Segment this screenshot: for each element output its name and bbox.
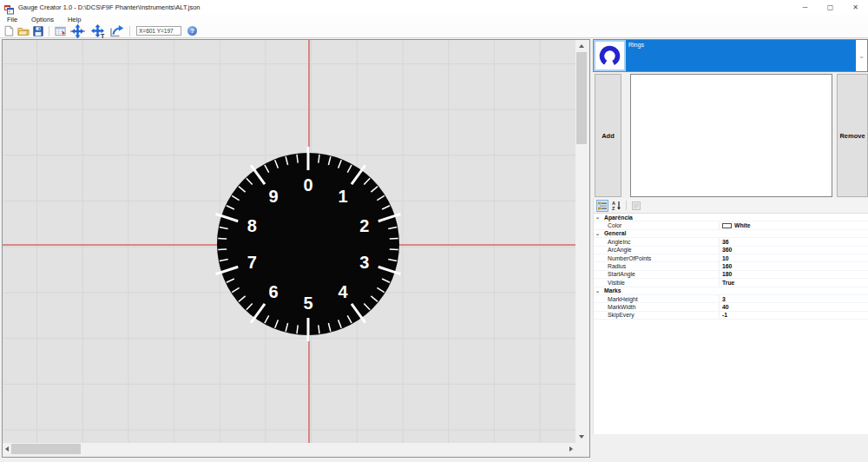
vertical-scroll-thumb[interactable] [576, 52, 587, 144]
layer-item-rings[interactable]: Rings [626, 40, 856, 71]
pg-row-angleinc[interactable]: AngleInc36 [594, 238, 868, 246]
open-folder-icon [17, 25, 30, 36]
export-icon [109, 24, 124, 37]
pg-row-skipevery[interactable]: SkipEvery-1 [594, 312, 868, 320]
collapse-icon[interactable]: ⌄ [595, 288, 604, 294]
pg-property-value[interactable]: 36 [722, 239, 729, 245]
move-crosshair-icon [69, 24, 86, 38]
pg-property-value[interactable]: White [722, 222, 751, 228]
menu-options[interactable]: Options [24, 15, 61, 24]
pg-property-name: Radius [608, 263, 626, 269]
layer-icon-cell[interactable] [594, 40, 626, 71]
svg-text:1: 1 [338, 187, 347, 206]
pg-property-value[interactable]: 180 [722, 271, 732, 277]
canvas-vertical-scrollbar[interactable] [575, 40, 588, 443]
layer-list: Rings ⌄ [593, 39, 868, 72]
minimize-button[interactable]: ─ [792, 0, 818, 15]
property-grid-rows: ⌄AparênciaColorWhite⌄GeneralAngleInc36Ar… [594, 214, 868, 320]
items-listbox[interactable] [630, 74, 832, 197]
scrollbar-corner [575, 443, 588, 455]
pg-property-name: MarkHeight [608, 296, 638, 302]
svg-text:T: T [101, 32, 105, 38]
scroll-left-icon[interactable] [3, 443, 11, 455]
pg-category-label: General [604, 230, 626, 236]
pg-property-name: NumberOfPoints [608, 255, 651, 261]
svg-text:5: 5 [303, 294, 312, 313]
title-bar: Gauge Creator 1.0 - D:\DCS\F9F Phanter\I… [0, 0, 868, 15]
app-icon [4, 3, 14, 12]
pg-property-name: Visible [608, 280, 625, 286]
menu-help[interactable]: Help [61, 15, 88, 24]
pg-row-visible[interactable]: VisibleTrue [594, 279, 868, 287]
toolbar-separator [626, 201, 627, 210]
export-button[interactable] [108, 24, 125, 37]
design-canvas[interactable]: 0123456789 [3, 40, 575, 443]
pg-row-numberofpoints[interactable]: NumberOfPoints10 [594, 254, 868, 262]
pg-category-label: Aparência [604, 214, 633, 221]
close-button[interactable]: ✕ [843, 0, 868, 15]
collapse-icon[interactable]: ⌄ [595, 214, 604, 220]
pg-property-name: ArcAngle [608, 247, 632, 253]
pg-row-color[interactable]: ColorWhite [594, 221, 868, 229]
canvas-horizontal-scrollbar[interactable] [3, 443, 575, 455]
ring-icon [598, 44, 621, 68]
canvas-panel: 0123456789 [2, 39, 590, 458]
move-text-icon: T [89, 24, 106, 38]
save-icon [33, 26, 43, 36]
grid-export-button[interactable] [54, 24, 67, 37]
pg-property-value[interactable]: 40 [722, 304, 729, 310]
pg-row-markheight[interactable]: MarkHeight3 [594, 295, 868, 303]
add-button[interactable]: Add [595, 74, 621, 197]
move-text-button[interactable]: T [89, 24, 107, 37]
pg-row-markwidth[interactable]: MarkWidth40 [594, 303, 868, 311]
chevron-down-icon[interactable]: ⌄ [856, 40, 867, 71]
toolbar-separator [129, 26, 130, 36]
property-grid: A Z ⌄AparênciaColorWhite⌄GeneralAngleInc… [593, 198, 868, 434]
collapse-icon[interactable]: ⌄ [595, 231, 604, 236]
pg-property-value[interactable]: 160 [722, 263, 732, 269]
pg-property-value[interactable]: -1 [722, 312, 727, 318]
open-file-button[interactable] [16, 24, 30, 37]
toolbar: T X=601 Y=197 ? [0, 24, 868, 38]
pg-category-marks[interactable]: ⌄Marks [594, 287, 868, 295]
save-button[interactable] [32, 24, 44, 37]
property-pages-icon [630, 200, 642, 212]
pg-row-startangle[interactable]: StartAngle180 [594, 271, 868, 279]
categorized-view-icon[interactable] [596, 200, 608, 212]
svg-text:2: 2 [359, 216, 369, 235]
gauge-dial[interactable]: 0123456789 [204, 140, 412, 348]
pg-property-value[interactable]: 3 [722, 296, 726, 302]
pg-property-value[interactable]: 10 [722, 255, 729, 261]
pg-property-name: MarkWidth [608, 304, 635, 310]
scroll-right-icon[interactable] [567, 443, 575, 455]
alphabetical-sort-icon[interactable]: A Z [610, 200, 622, 212]
property-grid-toolbar: A Z [594, 198, 868, 214]
pg-property-value[interactable]: 360 [722, 247, 732, 253]
remove-button[interactable]: Remove [837, 74, 868, 197]
right-panel: Rings ⌄ Add Remove A Z [593, 39, 868, 462]
grid-icon [55, 26, 66, 36]
horizontal-scroll-thumb[interactable] [11, 444, 81, 454]
move-gauge-button[interactable] [69, 24, 87, 37]
coordinates-input[interactable]: X=601 Y=197 [136, 26, 181, 36]
pg-row-arcangle[interactable]: ArcAngle360 [594, 247, 868, 254]
new-document-icon [3, 25, 14, 36]
svg-text:8: 8 [247, 216, 257, 235]
help-button[interactable]: ? [187, 26, 197, 36]
scroll-up-icon[interactable] [575, 40, 588, 52]
window-title: Gauge Creator 1.0 - D:\DCS\F9F Phanter\I… [18, 3, 201, 11]
svg-text:9: 9 [268, 187, 278, 206]
pg-row-radius[interactable]: Radius160 [594, 262, 868, 270]
color-swatch [722, 223, 732, 228]
pg-property-value[interactable]: True [722, 280, 734, 286]
pg-category-aparência[interactable]: ⌄Aparência [594, 214, 868, 221]
menu-file[interactable]: File [0, 15, 24, 24]
pg-category-general[interactable]: ⌄General [594, 230, 868, 238]
toolbar-separator [49, 26, 49, 36]
maximize-button[interactable]: ▢ [818, 0, 843, 15]
scroll-down-icon[interactable] [575, 431, 588, 443]
svg-text:Z: Z [612, 206, 615, 211]
svg-text:0: 0 [303, 175, 312, 195]
new-file-button[interactable] [3, 24, 15, 37]
svg-text:7: 7 [247, 253, 257, 272]
